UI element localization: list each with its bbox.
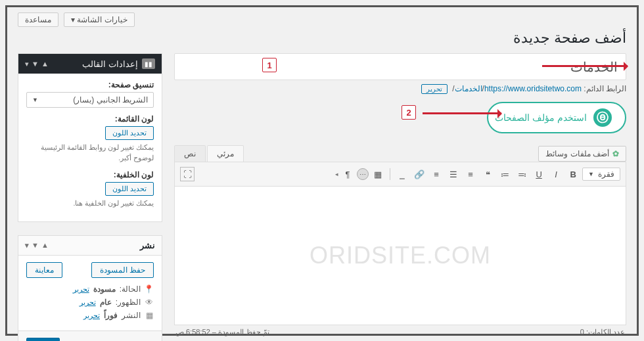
tab-text[interactable]: نص — [174, 145, 206, 162]
pin-icon: 📍 — [145, 284, 154, 294]
ordered-list-button[interactable]: ≕ — [497, 166, 513, 182]
calendar-icon: ▦ — [145, 311, 154, 320]
link-button[interactable]: 🔗 — [411, 166, 427, 182]
italic-button[interactable]: I — [548, 166, 564, 182]
page-title: أضف صفحة جديدة — [18, 30, 626, 47]
preview-button[interactable]: معاينة — [26, 262, 62, 278]
panel-down-icon[interactable]: ▼ — [32, 60, 39, 68]
annotation-badge-2: 2 — [402, 105, 416, 120]
panel-toggle-icon[interactable]: ▾ — [25, 241, 29, 250]
schedule-label: النشر — [122, 311, 141, 320]
publish-button[interactable]: نشر — [26, 338, 60, 341]
paragraph-label: فقرة — [598, 170, 614, 179]
permalink-slug[interactable]: الخدمات — [455, 84, 482, 93]
visibility-edit-link[interactable]: تحرير — [80, 298, 96, 307]
use-page-composer-button[interactable]: ⓔ استخدم مؤلف الصفحات — [487, 102, 626, 133]
word-count-value: 0 — [580, 328, 584, 336]
menu-color-help: يمكنك تغيير لون روابط القائمة الرئيسية ل… — [26, 143, 154, 164]
status-edit-link[interactable]: تحرير — [73, 285, 89, 294]
bg-color-help: يمكنك تغيير لون الخلفية هنا. — [26, 198, 154, 209]
visibility-value: عام — [100, 298, 112, 307]
word-count-label: عدد الكلمات: — [586, 328, 625, 336]
select-caret-icon: ▼ — [32, 97, 38, 103]
visibility-label: الظهور: — [116, 298, 141, 307]
screen-options-button[interactable]: خيارات الشاشة ▾ — [64, 12, 135, 27]
bg-color-label: لون الخلفية: — [26, 170, 154, 179]
screen-options-label: خيارات الشاشة — [77, 15, 127, 24]
read-more-button[interactable]: ⎯ — [394, 166, 410, 182]
save-draft-button[interactable]: حفظ المسودة — [91, 262, 154, 278]
paragraph-selector[interactable]: فقرة ▼ — [582, 168, 620, 181]
add-media-button[interactable]: ✿ أضف ملفات وسائط — [538, 146, 626, 162]
page-format-select[interactable]: الشريط الجانبي (يسار) ▼ — [26, 92, 154, 108]
watermark-text: ORIDSITE.COM — [310, 242, 491, 269]
pilcrow-caret: ◂ — [335, 171, 338, 177]
annotation-arrow-2 — [423, 112, 501, 114]
annotation-badge-1: 1 — [262, 58, 277, 72]
bold-button[interactable]: B — [565, 166, 581, 182]
draft-saved-label: تمّ حفظ المسودة – — [210, 328, 269, 336]
theme-brand-icon: ▮▮ — [142, 58, 155, 69]
schedule-value: فوراً — [104, 311, 118, 320]
blockquote-button[interactable]: ❝ — [480, 166, 495, 182]
status-label: الحالة: — [120, 284, 141, 294]
eye-icon: 👁 — [145, 298, 154, 307]
composer-icon: ⓔ — [593, 108, 612, 127]
status-value: مسودة — [93, 284, 116, 294]
draft-saved-time: 6:58:52 ص — [175, 328, 210, 336]
schedule-edit-link[interactable]: تحرير — [83, 311, 100, 320]
tab-visual[interactable]: مرئي — [207, 145, 244, 162]
page-format-value: الشريط الجانبي (يسار) — [73, 95, 148, 104]
fullscreen-button[interactable]: ⛶ — [180, 167, 195, 181]
permalink-row: الرابط الدائم: https://www.oridsitetwo.c… — [174, 84, 626, 94]
panel-toggle-icon[interactable]: ▾ — [25, 60, 29, 68]
underline-button[interactable]: U — [531, 166, 547, 182]
theme-panel-title: إعدادات القالب — [82, 59, 138, 69]
toolbar-toggle-button[interactable]: ▦ — [370, 166, 386, 182]
composer-label: استخدم مؤلف الصفحات — [495, 112, 587, 123]
help-button[interactable]: مساعدة — [18, 12, 58, 27]
panel-up-icon[interactable]: ▲ — [41, 60, 49, 68]
menu-color-button[interactable]: تحديد اللون — [105, 126, 154, 140]
pilcrow-button[interactable]: ¶ — [340, 166, 356, 182]
bg-color-button[interactable]: تحديد اللون — [105, 182, 154, 196]
editor-canvas[interactable]: ORIDSITE.COM — [175, 187, 626, 325]
dropdown-caret-icon: ▼ — [588, 171, 594, 177]
align-center-button[interactable]: ☰ — [446, 166, 461, 182]
media-icon: ✿ — [612, 149, 619, 158]
publish-panel: نشر ▲▼▾ حفظ المسودة معاينة 📍 الحالة: مسو… — [18, 235, 162, 341]
annotation-arrow-1 — [542, 65, 628, 67]
content-editor: فقرة ▼ B I U ≔ ≕ ❝ ≡ ☰ ≡ 🔗 ⎯ — [174, 162, 626, 325]
permalink-label: الرابط الدائم: — [584, 84, 626, 93]
unordered-list-button[interactable]: ≔ — [514, 166, 530, 182]
page-format-label: تنسيق صفحة: — [26, 80, 154, 89]
permalink-edit-button[interactable]: تحرير — [421, 84, 448, 94]
publish-panel-title: نشر — [140, 240, 155, 250]
panel-down-icon[interactable]: ▼ — [32, 241, 39, 250]
permalink-base[interactable]: https://www.oridsitetwo.com — [484, 84, 582, 93]
kitchen-sink-button[interactable]: ⋯ — [357, 168, 369, 180]
add-media-label: أضف ملفات وسائط — [545, 149, 609, 158]
align-left-button[interactable]: ≡ — [463, 166, 478, 182]
menu-color-label: لون القائمة: — [26, 114, 154, 124]
toolbar-separator — [390, 168, 390, 180]
theme-settings-panel: ▮▮إعدادات القالب ▲▼▾ تنسيق صفحة: الشريط … — [18, 53, 162, 222]
align-right-button[interactable]: ≡ — [428, 166, 444, 182]
panel-up-icon[interactable]: ▲ — [41, 241, 49, 250]
